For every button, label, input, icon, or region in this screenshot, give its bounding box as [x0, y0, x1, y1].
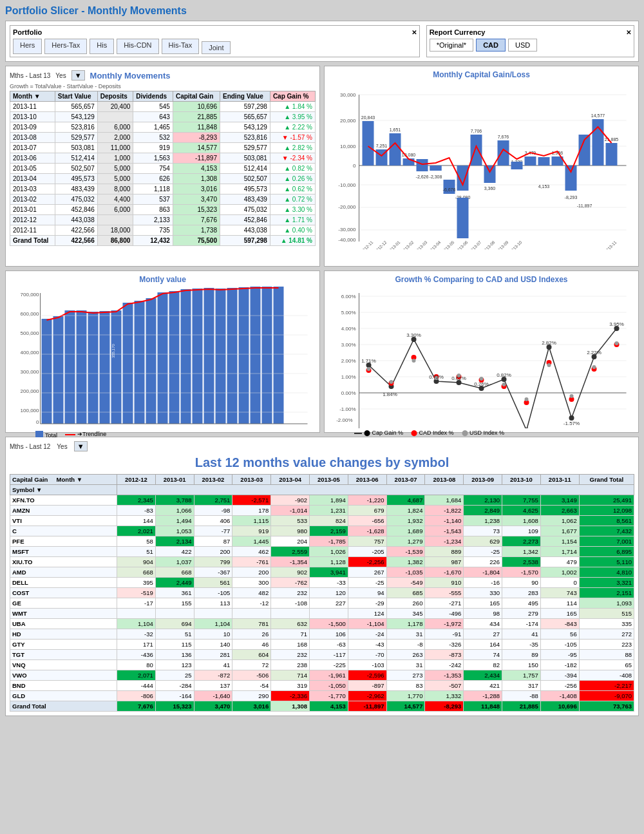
- capital-gain-chart-panel: Monthly Capital Gain/Loss 30,000 20,000 …: [324, 66, 639, 267]
- slicer-item-hers[interactable]: Hers: [13, 39, 42, 54]
- last12-filter-label: Mths - Last 12: [10, 443, 50, 450]
- list-item: VTI1441,4944061,115533824-6561,932-1,140…: [10, 516, 634, 526]
- svg-text:1.00%: 1.00%: [341, 374, 356, 380]
- svg-point-139: [569, 415, 574, 421]
- svg-text:2013-11: 2013-11: [603, 240, 618, 249]
- col-2013-03: 2013-03: [232, 475, 271, 485]
- svg-text:10,000: 10,000: [340, 144, 356, 149]
- currency-clear-icon[interactable]: ✕: [626, 29, 631, 36]
- svg-rect-87: [123, 303, 133, 424]
- grand-total-row: Grand Total7,67615,3233,4703,0161,3084,1…: [10, 701, 634, 712]
- svg-text:3,360: 3,360: [484, 186, 496, 191]
- svg-rect-90: [158, 292, 168, 424]
- list-item: COST-519361-10548223212094685-5553302837…: [10, 588, 634, 598]
- table-row: 2013-07: [10, 143, 55, 153]
- svg-text:-2,626: -2,626: [416, 175, 429, 179]
- legend-total: Total: [35, 431, 57, 439]
- section-title: Monthly Movements: [90, 71, 171, 81]
- list-item: VWO2,07125-872-506714-1,961-2,596273-1,3…: [10, 670, 634, 681]
- svg-text:0.82%: 0.82%: [497, 372, 511, 378]
- svg-text:1,651: 1,651: [390, 128, 401, 132]
- svg-rect-96: [227, 288, 238, 424]
- svg-text:0.26%: 0.26%: [474, 381, 489, 387]
- svg-text:2.22%: 2.22%: [587, 350, 601, 355]
- portfolio-slicer-box: Portfolio ✕ Hers Hers-Tax His His-CDN Hi…: [10, 25, 420, 57]
- svg-rect-27: [417, 166, 428, 171]
- svg-rect-99: [262, 287, 272, 424]
- svg-point-165: [615, 341, 619, 345]
- svg-rect-86: [111, 310, 122, 424]
- svg-rect-85: [100, 311, 110, 424]
- svg-text:3.30%: 3.30%: [406, 332, 421, 338]
- svg-text:-10,000: -10,000: [338, 182, 356, 188]
- symbol-header[interactable]: Symbol ▼: [10, 485, 117, 495]
- growth-note: Growth = TotalValue - StartValue - Depos…: [10, 83, 316, 90]
- svg-text:14,577: 14,577: [591, 113, 605, 118]
- svg-text:100,000: 100,000: [21, 408, 39, 413]
- charts-grid: Montly value 700,000 600,000 500,000 400…: [5, 270, 639, 433]
- svg-text:3.95%: 3.95%: [609, 321, 624, 327]
- col-2013-01: 2013-01: [155, 475, 194, 485]
- svg-text:2013-04: 2013-04: [428, 240, 442, 249]
- currency-items: *Original* CAD USD: [430, 39, 631, 52]
- svg-rect-89: [146, 298, 156, 424]
- slicer-item-his-tax[interactable]: His-Tax: [162, 39, 200, 54]
- list-item: BND-444-284137-54319-1,050-89783-5074213…: [10, 681, 634, 691]
- slicer-item-joint[interactable]: Joint: [202, 41, 231, 54]
- filter-label: Mths - Last 13: [10, 72, 50, 79]
- last12-section: Mths - Last 12 Yes ▼ Last 12 months valu…: [5, 437, 639, 716]
- svg-text:2012-12: 2012-12: [374, 240, 388, 249]
- svg-text:0.72%: 0.72%: [429, 374, 444, 380]
- list-item: VNQ801234172238-225-10331-24282150-18265: [10, 660, 634, 670]
- svg-rect-21: [390, 133, 401, 166]
- svg-text:30,000: 30,000: [340, 92, 356, 98]
- svg-text:-6,676: -6,676: [443, 187, 456, 192]
- svg-rect-81: [53, 316, 64, 424]
- col-2012-12: 2012-12: [117, 475, 155, 485]
- col-2013-10: 2013-10: [502, 475, 541, 485]
- col-2013-08: 2013-08: [425, 475, 464, 485]
- svg-text:1.84%: 1.84%: [383, 392, 397, 397]
- currency-cad[interactable]: CAD: [476, 39, 506, 52]
- table-row: 2013-03: [10, 184, 55, 194]
- svg-text:2013-03: 2013-03: [414, 240, 428, 249]
- symbol-table: Capital Gain Month ▼ 2012-12 2013-01 201…: [10, 474, 634, 712]
- capital-gain-chart-title: Monthly Capital Gain/Loss: [328, 70, 634, 79]
- slicer-item-hers-tax[interactable]: Hers-Tax: [44, 39, 87, 54]
- svg-text:200,000: 200,000: [21, 388, 39, 394]
- main-grid: Mths - Last 13 Yes ▼ Monthly Movements G…: [5, 66, 639, 267]
- svg-text:-8,293: -8,293: [565, 195, 578, 200]
- svg-text:2013-01: 2013-01: [387, 240, 401, 249]
- table-row: 2013-10: [10, 112, 55, 122]
- currency-original[interactable]: *Original*: [430, 39, 473, 52]
- svg-text:-3.00%: -3.00%: [336, 427, 352, 428]
- list-item: GTY17111514046168-63-43-8-326164-35-1052…: [10, 640, 634, 650]
- svg-text:20,843: 20,843: [361, 115, 375, 120]
- list-item: HD-3251102671106-2431-91274156272: [10, 629, 634, 640]
- page-title: Portfolio Slicer - Monthly Movements: [5, 5, 639, 17]
- col-month[interactable]: Month ▼: [10, 91, 55, 102]
- list-item: UBA1,1046941,104781632-1,500-1,1041,178-…: [10, 619, 634, 629]
- svg-point-160: [502, 383, 506, 386]
- monthly-movements-panel: Mths - Last 13 Yes ▼ Monthly Movements G…: [5, 66, 320, 267]
- svg-point-154: [367, 367, 371, 371]
- svg-text:2013-07: 2013-07: [468, 240, 482, 249]
- growth-chart-title: Growth % Comparing to CAD and USD Indexe…: [328, 275, 634, 284]
- slicer-item-his-cdn[interactable]: His-CDN: [117, 39, 158, 54]
- filter-icon[interactable]: ▼: [71, 70, 85, 81]
- svg-point-163: [570, 394, 574, 398]
- currency-usd[interactable]: USD: [508, 39, 537, 52]
- svg-text:2013-09: 2013-09: [495, 240, 509, 249]
- svg-rect-94: [204, 288, 214, 424]
- col-deposits: Deposits: [97, 91, 133, 102]
- col-capgainpct: Cap Gain %: [270, 91, 315, 102]
- svg-rect-17: [363, 121, 374, 166]
- legend-trendline: ➔Trendline: [65, 431, 106, 439]
- portfolio-clear-icon[interactable]: ✕: [412, 29, 417, 36]
- filter-yes: Yes: [55, 72, 66, 79]
- slicer-item-his[interactable]: His: [90, 39, 114, 54]
- list-item: GE-17155113-12-108227-29260-271165495114…: [10, 598, 634, 609]
- monthly-value-chart: 700,000 600,000 500,000 400,000 300,000 …: [10, 287, 316, 428]
- svg-text:-1.57%: -1.57%: [564, 421, 580, 426]
- last12-filter-icon[interactable]: ▼: [74, 441, 88, 451]
